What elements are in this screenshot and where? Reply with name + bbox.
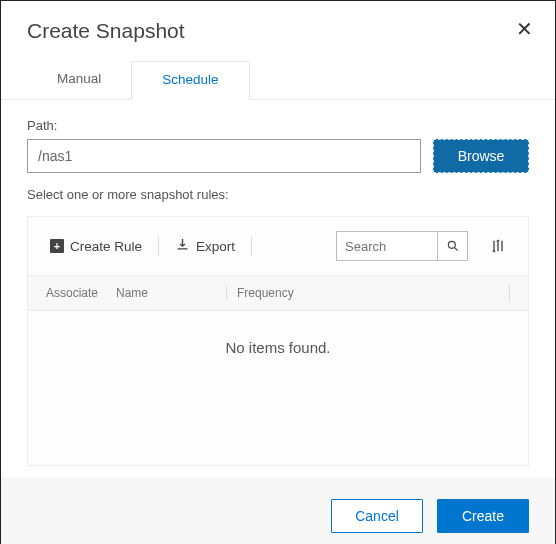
tabs: Manual Schedule xyxy=(1,61,555,100)
create-rule-button[interactable]: + Create Rule xyxy=(46,239,146,254)
tab-manual[interactable]: Manual xyxy=(27,61,131,99)
close-icon[interactable]: ✕ xyxy=(516,19,533,39)
dialog-header: Create Snapshot ✕ xyxy=(1,1,555,43)
browse-button[interactable]: Browse xyxy=(433,139,529,173)
columns-button[interactable] xyxy=(484,232,512,260)
create-button[interactable]: Create xyxy=(437,499,529,533)
empty-state: No items found. xyxy=(28,311,528,465)
col-name[interactable]: Name xyxy=(116,286,226,300)
svg-point-0 xyxy=(448,241,455,248)
cancel-button[interactable]: Cancel xyxy=(331,499,423,533)
rules-hint: Select one or more snapshot rules: xyxy=(27,187,529,202)
rules-table-header: Associate Name Frequency xyxy=(28,275,528,311)
toolbar-divider xyxy=(158,236,159,256)
dialog-title: Create Snapshot xyxy=(27,19,185,43)
export-label: Export xyxy=(196,239,235,254)
plus-icon: + xyxy=(50,239,64,253)
path-row: Browse xyxy=(27,139,529,173)
create-rule-label: Create Rule xyxy=(70,239,142,254)
path-input[interactable] xyxy=(27,139,421,173)
dialog-footer: Cancel Create xyxy=(1,478,555,544)
dialog-body: Path: Browse Select one or more snapshot… xyxy=(1,100,555,466)
col-frequency[interactable]: Frequency xyxy=(226,286,510,300)
col-associate[interactable]: Associate xyxy=(46,286,116,300)
path-label: Path: xyxy=(27,118,529,133)
tab-schedule[interactable]: Schedule xyxy=(131,61,249,100)
columns-icon xyxy=(490,238,506,254)
create-snapshot-dialog: Create Snapshot ✕ Manual Schedule Path: … xyxy=(0,0,556,544)
search-icon xyxy=(446,239,460,253)
search-button[interactable] xyxy=(437,232,467,260)
rules-toolbar: + Create Rule Export xyxy=(28,217,528,275)
toolbar-divider-2 xyxy=(251,236,252,256)
rules-panel: + Create Rule Export xyxy=(27,216,529,466)
download-icon xyxy=(175,237,190,255)
search-input[interactable] xyxy=(337,232,437,260)
export-button[interactable]: Export xyxy=(171,237,239,255)
search-wrap xyxy=(336,231,468,261)
